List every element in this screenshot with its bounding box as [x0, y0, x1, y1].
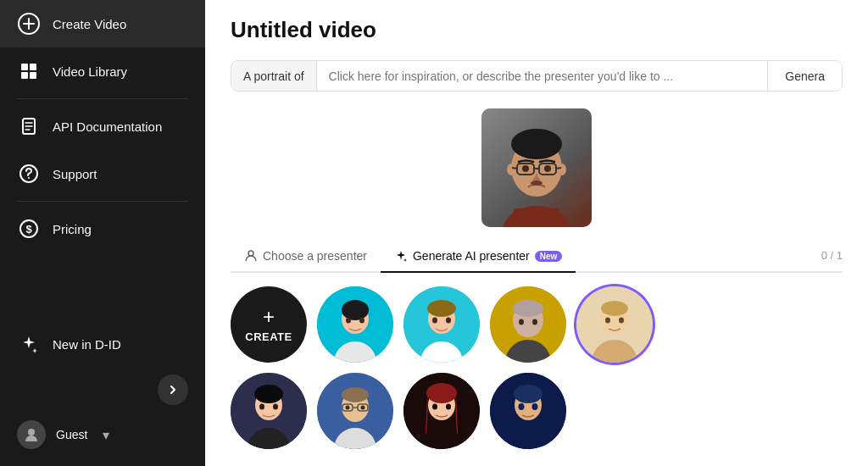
selected-presenter-image [481, 108, 592, 227]
svg-point-54 [254, 385, 283, 403]
grid-icon [17, 59, 41, 83]
svg-point-74 [532, 403, 538, 410]
counter: 0 / 1 [821, 249, 843, 262]
svg-point-49 [601, 301, 628, 316]
svg-point-22 [558, 164, 566, 175]
plus-circle-icon [17, 12, 41, 36]
svg-point-59 [342, 387, 369, 402]
sidebar-item-api-docs[interactable]: API Documentation [0, 103, 205, 150]
sidebar-item-support[interactable]: Support [0, 150, 205, 197]
doc-icon [17, 114, 41, 138]
svg-rect-18 [514, 208, 559, 227]
svg-rect-4 [30, 64, 36, 70]
prompt-prefix: A portrait of [231, 61, 317, 91]
chevron-down-icon: ▾ [103, 427, 109, 443]
svg-point-40 [432, 318, 437, 324]
new-badge: New [535, 251, 563, 262]
divider-1 [17, 98, 188, 99]
generate-button[interactable]: Genera [767, 61, 842, 91]
presenter-avatar-1[interactable] [317, 286, 393, 363]
presenter-avatar-5[interactable] [231, 373, 307, 449]
sidebar-label-api-docs: API Documentation [53, 119, 162, 134]
tab-choose-label: Choose a presenter [263, 249, 367, 263]
svg-point-55 [259, 404, 264, 410]
presenter-avatar-2[interactable] [403, 286, 480, 363]
svg-rect-3 [21, 64, 28, 70]
svg-line-28 [512, 168, 517, 169]
svg-line-29 [556, 168, 561, 169]
presenter-avatar-7[interactable] [403, 373, 480, 449]
presenter-avatar-6[interactable] [317, 373, 393, 449]
sparkle-icon [17, 332, 41, 356]
svg-point-73 [519, 403, 525, 410]
presenter-row-1: + CREATE [231, 286, 843, 363]
svg-point-34 [342, 300, 369, 320]
person-tab-icon [244, 249, 258, 263]
presenter-grid: + CREATE [231, 286, 843, 449]
svg-text:$: $ [25, 223, 32, 236]
create-label: CREATE [245, 330, 292, 343]
page-title: Untitled video [231, 17, 843, 43]
svg-point-69 [446, 404, 451, 410]
svg-rect-5 [21, 72, 28, 79]
svg-point-39 [427, 300, 456, 317]
svg-point-72 [514, 385, 542, 403]
sidebar-label-pricing: Pricing [53, 222, 92, 236]
svg-point-41 [446, 318, 451, 324]
presenter-avatar-4[interactable] [576, 286, 653, 363]
create-plus-icon: + [263, 307, 275, 327]
sparkles-tab-icon [394, 249, 408, 263]
tab-generate-label: Generate AI presenter [413, 249, 530, 263]
svg-point-36 [359, 318, 364, 324]
sidebar-label-video-library: Video Library [53, 64, 127, 79]
svg-point-45 [519, 319, 524, 325]
svg-point-64 [361, 406, 365, 410]
svg-point-30 [531, 180, 542, 186]
guest-label: Guest [56, 428, 87, 441]
svg-point-63 [346, 406, 350, 410]
avatar [17, 420, 46, 449]
svg-point-46 [532, 319, 537, 325]
help-circle-icon [17, 162, 41, 186]
presenter-preview [231, 108, 843, 227]
svg-point-51 [619, 318, 624, 324]
presenter-tabs: Choose a presenter Generate AI presenter… [231, 242, 843, 273]
sidebar-bottom: New in D-ID Guest ▾ [0, 320, 205, 466]
svg-point-21 [507, 164, 515, 175]
svg-point-50 [605, 318, 610, 324]
prompt-input[interactable] [317, 69, 768, 83]
tab-generate-ai[interactable]: Generate AI presenter New [381, 242, 576, 271]
sidebar-item-pricing[interactable]: $ Pricing [0, 205, 205, 252]
divider-2 [17, 201, 188, 202]
presenter-avatar-3[interactable] [490, 286, 566, 363]
prompt-bar: A portrait of Genera [231, 60, 843, 92]
sidebar-collapse-button[interactable] [158, 374, 188, 405]
svg-point-26 [544, 165, 551, 172]
tab-choose-presenter[interactable]: Choose a presenter [231, 242, 381, 271]
dollar-circle-icon: $ [17, 217, 41, 241]
sidebar-label-support: Support [53, 167, 97, 181]
svg-point-56 [273, 404, 278, 410]
sidebar-label-create-video: Create Video [53, 17, 126, 31]
svg-point-15 [28, 429, 35, 435]
svg-point-67 [426, 383, 457, 403]
svg-point-25 [522, 165, 529, 172]
sidebar-item-create-video[interactable]: Create Video [0, 0, 205, 47]
guest-profile[interactable]: Guest ▾ [0, 412, 205, 458]
svg-rect-6 [30, 72, 36, 79]
sidebar-label-new-in-did: New in D-ID [53, 337, 121, 352]
svg-point-31 [248, 251, 253, 256]
sidebar-item-new-in-did[interactable]: New in D-ID [0, 320, 205, 368]
presenter-avatar-8[interactable] [490, 373, 566, 449]
create-presenter-button[interactable]: + CREATE [231, 286, 307, 363]
svg-point-44 [513, 300, 543, 317]
svg-point-68 [432, 404, 437, 410]
svg-point-12 [28, 177, 30, 179]
svg-point-20 [511, 129, 562, 159]
sidebar-item-video-library[interactable]: Video Library [0, 47, 205, 95]
main-content: Untitled video A portrait of Genera [205, 0, 868, 466]
presenter-row-2 [231, 373, 843, 449]
sidebar: Create Video Video Library API Documenta… [0, 0, 205, 466]
svg-point-35 [346, 318, 351, 324]
